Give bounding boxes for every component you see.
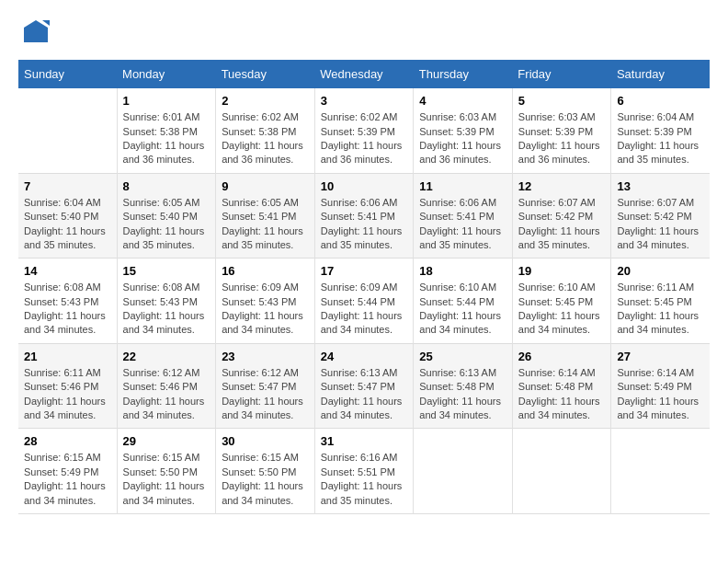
calendar-week-row: 21Sunrise: 6:11 AMSunset: 5:46 PMDayligh… (18, 343, 710, 429)
day-number: 30 (222, 434, 309, 448)
day-number: 2 (222, 94, 309, 108)
calendar-body: 1Sunrise: 6:01 AMSunset: 5:38 PMDaylight… (18, 88, 710, 513)
calendar-week-row: 14Sunrise: 6:08 AMSunset: 5:43 PMDayligh… (18, 259, 710, 344)
day-number: 29 (123, 434, 210, 448)
day-info: Sunrise: 6:04 AMSunset: 5:39 PMDaylight:… (617, 110, 704, 167)
calendar-cell: 1Sunrise: 6:01 AMSunset: 5:38 PMDaylight… (117, 88, 216, 173)
calendar-cell: 24Sunrise: 6:13 AMSunset: 5:47 PMDayligh… (314, 343, 414, 429)
day-number: 21 (24, 350, 111, 363)
day-number: 8 (123, 179, 210, 193)
day-number: 28 (24, 434, 111, 448)
day-number: 6 (617, 94, 704, 108)
svg-marker-0 (24, 20, 48, 42)
calendar-cell: 6Sunrise: 6:04 AMSunset: 5:39 PMDaylight… (611, 88, 710, 173)
day-info: Sunrise: 6:09 AMSunset: 5:44 PMDaylight:… (321, 281, 408, 338)
day-info: Sunrise: 6:03 AMSunset: 5:39 PMDaylight:… (419, 110, 506, 167)
weekday-header-wednesday: Wednesday (314, 60, 414, 88)
day-number: 26 (518, 350, 606, 363)
weekday-header-sunday: Sunday (18, 60, 117, 88)
day-number: 23 (222, 350, 309, 363)
calendar-cell: 21Sunrise: 6:11 AMSunset: 5:46 PMDayligh… (18, 343, 117, 429)
day-number: 11 (419, 179, 506, 193)
calendar-cell: 14Sunrise: 6:08 AMSunset: 5:43 PMDayligh… (18, 259, 117, 344)
day-info: Sunrise: 6:03 AMSunset: 5:39 PMDaylight:… (518, 110, 606, 167)
day-number: 13 (617, 179, 704, 193)
day-number: 19 (518, 264, 606, 278)
calendar-cell: 28Sunrise: 6:15 AMSunset: 5:49 PMDayligh… (18, 429, 117, 514)
page-header (18, 18, 710, 51)
calendar-cell: 29Sunrise: 6:15 AMSunset: 5:50 PMDayligh… (117, 429, 216, 514)
calendar-week-row: 7Sunrise: 6:04 AMSunset: 5:40 PMDaylight… (18, 173, 710, 259)
logo-icon (22, 18, 50, 46)
day-number: 14 (24, 264, 111, 278)
day-number: 10 (321, 179, 408, 193)
calendar-cell: 26Sunrise: 6:14 AMSunset: 5:48 PMDayligh… (512, 343, 611, 429)
calendar-cell: 27Sunrise: 6:14 AMSunset: 5:49 PMDayligh… (611, 343, 710, 429)
calendar-cell: 17Sunrise: 6:09 AMSunset: 5:44 PMDayligh… (314, 259, 414, 344)
day-info: Sunrise: 6:08 AMSunset: 5:43 PMDaylight:… (24, 281, 111, 338)
day-number: 9 (222, 179, 309, 193)
day-number: 20 (617, 264, 704, 278)
weekday-header-monday: Monday (117, 60, 216, 88)
calendar-cell: 13Sunrise: 6:07 AMSunset: 5:42 PMDayligh… (611, 173, 710, 259)
calendar-week-row: 28Sunrise: 6:15 AMSunset: 5:49 PMDayligh… (18, 429, 710, 514)
day-info: Sunrise: 6:15 AMSunset: 5:50 PMDaylight:… (123, 451, 210, 508)
calendar-header-row: SundayMondayTuesdayWednesdayThursdayFrid… (18, 60, 710, 88)
calendar-cell (512, 429, 611, 514)
day-info: Sunrise: 6:14 AMSunset: 5:49 PMDaylight:… (617, 366, 704, 423)
day-number: 5 (518, 94, 606, 108)
calendar-cell: 23Sunrise: 6:12 AMSunset: 5:47 PMDayligh… (216, 343, 315, 429)
day-info: Sunrise: 6:07 AMSunset: 5:42 PMDaylight:… (617, 196, 704, 253)
calendar-cell: 9Sunrise: 6:05 AMSunset: 5:41 PMDaylight… (216, 173, 315, 259)
calendar-cell (18, 88, 117, 173)
day-info: Sunrise: 6:15 AMSunset: 5:49 PMDaylight:… (24, 451, 111, 508)
day-info: Sunrise: 6:16 AMSunset: 5:51 PMDaylight:… (321, 451, 408, 508)
day-number: 31 (321, 434, 408, 448)
day-info: Sunrise: 6:10 AMSunset: 5:44 PMDaylight:… (419, 281, 506, 338)
calendar-cell: 19Sunrise: 6:10 AMSunset: 5:45 PMDayligh… (512, 259, 611, 344)
day-info: Sunrise: 6:04 AMSunset: 5:40 PMDaylight:… (24, 196, 111, 253)
calendar-cell (414, 429, 513, 514)
day-info: Sunrise: 6:13 AMSunset: 5:48 PMDaylight:… (419, 366, 506, 423)
day-number: 12 (518, 179, 606, 193)
day-info: Sunrise: 6:15 AMSunset: 5:50 PMDaylight:… (222, 451, 309, 508)
day-info: Sunrise: 6:10 AMSunset: 5:45 PMDaylight:… (518, 281, 606, 338)
calendar-cell: 20Sunrise: 6:11 AMSunset: 5:45 PMDayligh… (611, 259, 710, 344)
calendar-cell: 3Sunrise: 6:02 AMSunset: 5:39 PMDaylight… (314, 88, 414, 173)
calendar-cell: 25Sunrise: 6:13 AMSunset: 5:48 PMDayligh… (414, 343, 513, 429)
day-number: 24 (321, 350, 408, 363)
day-number: 17 (321, 264, 408, 278)
calendar-week-row: 1Sunrise: 6:01 AMSunset: 5:38 PMDaylight… (18, 88, 710, 173)
day-number: 1 (123, 94, 210, 108)
day-info: Sunrise: 6:14 AMSunset: 5:48 PMDaylight:… (518, 366, 606, 423)
day-info: Sunrise: 6:06 AMSunset: 5:41 PMDaylight:… (321, 196, 408, 253)
day-info: Sunrise: 6:13 AMSunset: 5:47 PMDaylight:… (321, 366, 408, 423)
day-info: Sunrise: 6:02 AMSunset: 5:38 PMDaylight:… (222, 110, 309, 167)
calendar-cell: 15Sunrise: 6:08 AMSunset: 5:43 PMDayligh… (117, 259, 216, 344)
calendar-cell: 7Sunrise: 6:04 AMSunset: 5:40 PMDaylight… (18, 173, 117, 259)
day-number: 22 (123, 350, 210, 363)
weekday-header-thursday: Thursday (414, 60, 513, 88)
day-number: 7 (24, 179, 111, 193)
calendar-cell: 22Sunrise: 6:12 AMSunset: 5:46 PMDayligh… (117, 343, 216, 429)
day-number: 25 (419, 350, 506, 363)
calendar-cell: 11Sunrise: 6:06 AMSunset: 5:41 PMDayligh… (414, 173, 513, 259)
day-info: Sunrise: 6:08 AMSunset: 5:43 PMDaylight:… (123, 281, 210, 338)
day-info: Sunrise: 6:07 AMSunset: 5:42 PMDaylight:… (518, 196, 606, 253)
day-number: 4 (419, 94, 506, 108)
calendar-cell: 2Sunrise: 6:02 AMSunset: 5:38 PMDaylight… (216, 88, 315, 173)
day-info: Sunrise: 6:02 AMSunset: 5:39 PMDaylight:… (321, 110, 408, 167)
day-info: Sunrise: 6:01 AMSunset: 5:38 PMDaylight:… (123, 110, 210, 167)
day-number: 3 (321, 94, 408, 108)
day-number: 16 (222, 264, 309, 278)
day-info: Sunrise: 6:12 AMSunset: 5:47 PMDaylight:… (222, 366, 309, 423)
calendar-cell: 12Sunrise: 6:07 AMSunset: 5:42 PMDayligh… (512, 173, 611, 259)
day-number: 15 (123, 264, 210, 278)
day-number: 18 (419, 264, 506, 278)
day-info: Sunrise: 6:11 AMSunset: 5:45 PMDaylight:… (617, 281, 704, 338)
calendar-cell: 30Sunrise: 6:15 AMSunset: 5:50 PMDayligh… (216, 429, 315, 514)
calendar-cell: 16Sunrise: 6:09 AMSunset: 5:43 PMDayligh… (216, 259, 315, 344)
weekday-header-friday: Friday (512, 60, 611, 88)
day-info: Sunrise: 6:06 AMSunset: 5:41 PMDaylight:… (419, 196, 506, 253)
logo (18, 18, 50, 51)
